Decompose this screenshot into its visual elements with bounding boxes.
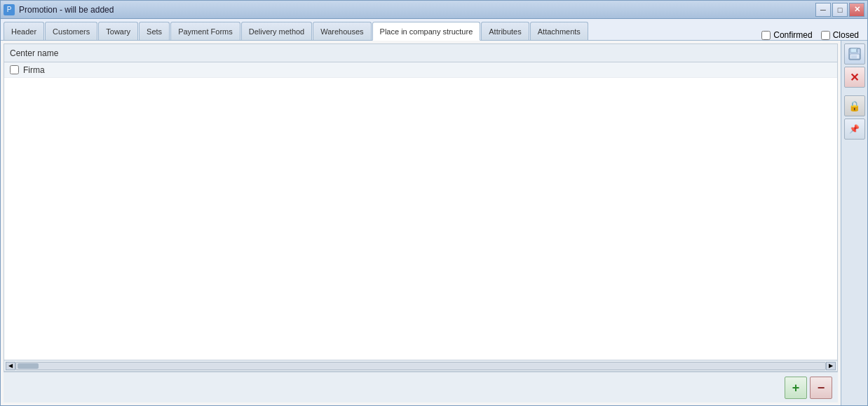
floppy-disk-icon <box>848 48 861 60</box>
window-icon: P <box>4 4 15 15</box>
plus-icon: + <box>792 381 800 394</box>
data-grid: Center name Firma ◀ ▶ <box>4 43 838 372</box>
add-button[interactable]: + <box>785 377 807 399</box>
tab-payment-forms[interactable]: Payment Forms <box>170 22 240 40</box>
svg-rect-2 <box>856 49 857 52</box>
tab-delivery-method[interactable]: Delivery method <box>241 22 312 40</box>
main-window: P Promotion - will be added ─ □ ✕ Header… <box>0 0 868 406</box>
main-content: Center name Firma ◀ ▶ <box>1 41 867 405</box>
cancel-button[interactable]: ✕ <box>844 67 865 88</box>
bottom-action-bar: + − <box>4 372 838 402</box>
tab-towary[interactable]: Towary <box>98 22 138 40</box>
tab-attributes[interactable]: Attributes <box>481 22 529 40</box>
grid-header: Center name <box>4 44 837 62</box>
row-checkbox-firma[interactable] <box>10 65 19 74</box>
row-firma-name: Firma <box>23 65 45 75</box>
lock-button[interactable]: 🔒 <box>844 95 865 116</box>
pin-button[interactable]: 📌 <box>844 119 865 140</box>
pin-icon: 📌 <box>849 124 860 134</box>
tab-warehouses[interactable]: Warehouses <box>313 22 371 40</box>
tab-customers[interactable]: Customers <box>45 22 97 40</box>
confirmed-label[interactable]: Confirmed <box>761 30 812 40</box>
restore-button[interactable]: □ <box>832 3 848 17</box>
tab-header[interactable]: Header <box>4 22 44 40</box>
content-area: Center name Firma ◀ ▶ <box>1 41 841 405</box>
scrollbar-track[interactable] <box>15 362 826 370</box>
confirmed-checkbox[interactable] <box>761 31 771 40</box>
table-row: Firma <box>4 62 837 78</box>
horizontal-scrollbar[interactable]: ◀ ▶ <box>4 360 837 371</box>
minimize-button[interactable]: ─ <box>815 3 831 17</box>
window-title: Promotion - will be added <box>19 5 114 15</box>
closed-label[interactable]: Closed <box>821 30 859 40</box>
title-bar-left: P Promotion - will be added <box>4 4 114 15</box>
grid-body: Firma <box>4 62 837 360</box>
svg-rect-4 <box>851 55 857 58</box>
close-button[interactable]: ✕ <box>849 3 864 17</box>
tab-sets[interactable]: Sets <box>139 22 170 40</box>
lock-icon: 🔒 <box>848 100 860 111</box>
tab-place-company[interactable]: Place in company structure <box>372 22 481 41</box>
closed-checkbox[interactable] <box>821 31 830 40</box>
header-controls: Confirmed Closed <box>761 30 864 40</box>
x-icon: ✕ <box>850 71 859 84</box>
save-button[interactable] <box>844 43 865 65</box>
tab-bar: Header Customers Towary Sets Payment For… <box>4 22 761 40</box>
delete-button[interactable]: − <box>810 377 832 399</box>
scrollbar-thumb[interactable] <box>18 363 39 369</box>
sidebar-buttons: ✕ 🔒 📌 <box>841 41 867 405</box>
scroll-left-arrow[interactable]: ◀ <box>6 362 15 370</box>
column-center-name: Center name <box>10 48 58 58</box>
minus-icon: − <box>818 381 825 394</box>
title-buttons: ─ □ ✕ <box>815 3 864 17</box>
scroll-right-arrow[interactable]: ▶ <box>826 362 836 370</box>
tab-attachments[interactable]: Attachments <box>530 22 588 40</box>
title-bar: P Promotion - will be added ─ □ ✕ <box>1 1 867 19</box>
